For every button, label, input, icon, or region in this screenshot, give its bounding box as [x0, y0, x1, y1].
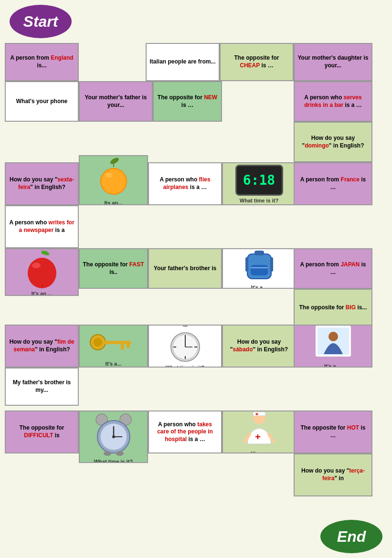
cell-france-text: A person from France is …	[297, 176, 369, 191]
start-oval: Start	[10, 5, 72, 38]
cell-italian: Italian people are from...	[146, 43, 220, 81]
svg-point-3	[101, 169, 126, 194]
svg-rect-11	[251, 265, 268, 275]
cell-japan: A person from JAPAN is …	[294, 248, 372, 289]
cell-bartender-text: A person who serves drinks in a bar is a…	[297, 94, 369, 109]
cell-terca-text: How do you say "terça-feira" in	[297, 467, 369, 482]
cell-nurse-text: A person who takes care of the people in…	[152, 421, 218, 443]
cell-fathers-brother-text: Your father's brother is	[154, 265, 216, 273]
cell-difficult: The opposite for DIFFICULT is	[5, 411, 79, 453]
cell-fast-text: The opposite for FAST is..	[83, 261, 144, 276]
backpack-icon	[243, 248, 276, 283]
cell-fathers-brother: Your father's brother is	[148, 248, 222, 289]
cell-digital-clock: 6:18 What time is it?	[222, 162, 296, 205]
cell-big-text: The opposite for BIG is...	[299, 304, 367, 312]
svg-point-38	[112, 435, 115, 438]
cell-bartender: A person who serves drinks in a bar is a…	[294, 81, 372, 122]
cell-cheap-text: The opposite for CHEAP is …	[223, 54, 290, 69]
digital-clock-display: 6:18	[235, 165, 283, 196]
cell-france: A person from France is …	[294, 162, 372, 205]
cell-england-text: A person from England is...	[9, 54, 75, 69]
cell-pilot-text: A person who flies airplanes is a …	[152, 176, 218, 191]
svg-rect-10	[254, 251, 264, 255]
cell-key-image: It's a...	[79, 325, 148, 368]
cell-difficult-text: The opposite for DIFFICULT is	[9, 424, 75, 439]
cell-apple-image: It's an ...	[5, 248, 79, 296]
svg-rect-14	[270, 257, 273, 272]
cell-mothers-father: Your mother's father is your...	[79, 81, 153, 122]
cell-stamp-image: It's a ...	[294, 325, 372, 368]
cell-new: The opposite for NEW is …	[153, 81, 222, 122]
cell-sexta-text: How do you say "sexta-feira" in English?	[9, 176, 75, 191]
pocket-watch-icon	[166, 325, 204, 363]
cell-new-text: The opposite for NEW is …	[157, 94, 218, 109]
svg-point-31	[328, 332, 338, 341]
cell-fim-de-semana-text: How do you say "fim de semana" in Englis…	[9, 338, 75, 353]
cell-mothers-daughter: Your mother's daughter is your...	[294, 43, 372, 81]
svg-rect-42	[253, 412, 265, 416]
cell-phone-text: What's your phone	[16, 98, 68, 105]
key-icon	[87, 326, 140, 359]
cell-england: A person from England is...	[5, 43, 79, 81]
cell-fim-de-semana: How do you say "fim de semana" in Englis…	[5, 325, 79, 368]
cell-hot: The opposite for HOT is …	[294, 411, 372, 453]
svg-rect-17	[105, 341, 131, 344]
svg-rect-19	[127, 344, 130, 348]
cell-mothers-daughter-text: Your mother's daughter is your...	[297, 54, 369, 69]
cell-orange-image: Its an...	[79, 155, 148, 205]
cell-japan-text: A person from JAPAN is …	[297, 261, 369, 276]
svg-rect-20	[183, 325, 188, 327]
stamp-icon	[312, 325, 355, 361]
end-label: End	[337, 528, 366, 546]
orange-icon	[95, 155, 133, 198]
cell-sabado-text: How do you say "sábado" in English?	[226, 338, 292, 353]
cell-my-uncle-text: My father's brother is my...	[9, 379, 75, 394]
cell-nurse-image: It's a...	[222, 411, 296, 453]
cell-sexta: How do you say "sexta-feira" in English?	[5, 162, 79, 205]
svg-rect-13	[245, 257, 248, 272]
svg-point-5	[41, 250, 50, 256]
svg-point-0	[109, 156, 119, 165]
cell-terca: How do you say "terça-feira" in	[294, 453, 372, 496]
cell-pocket-watch-image: What time is it?	[148, 325, 222, 368]
cell-italian-text: Italian people are from...	[149, 58, 215, 66]
svg-point-4	[105, 173, 113, 178]
cell-hot-text: The opposite for HOT is …	[297, 424, 369, 439]
nurse-icon	[240, 411, 278, 449]
svg-point-7	[32, 263, 41, 268]
cell-mothers-father-text: Your mother's father is your...	[83, 94, 149, 109]
cell-my-uncle: My father's brother is my...	[5, 368, 79, 406]
cell-pilot: A person who flies airplanes is a …	[148, 162, 222, 205]
apple-icon	[21, 248, 64, 289]
cell-phone: What's your phone	[5, 81, 79, 122]
cell-fast: The opposite for FAST is..	[79, 248, 148, 289]
cell-big: The opposite for BIG is...	[294, 289, 372, 327]
end-oval: End	[320, 520, 382, 553]
cell-nurse: A person who takes care of the people in…	[148, 411, 222, 453]
start-label: Start	[23, 13, 58, 31]
svg-rect-18	[121, 344, 124, 350]
alarm-clock-icon	[92, 411, 135, 457]
svg-point-39	[104, 451, 111, 456]
svg-point-16	[94, 338, 102, 347]
cell-domingo-text: How do you say "domingo" in English?	[297, 135, 369, 149]
cell-journalist-text: A person who writes for a newspaper is a	[9, 219, 75, 234]
svg-point-6	[28, 258, 56, 288]
cell-domingo: How do you say "domingo" in English?	[294, 122, 372, 162]
svg-point-40	[116, 451, 124, 456]
cell-alarm-clock-image: What time is it?	[79, 411, 148, 463]
cell-sabado: How do you say "sábado" in English?	[222, 325, 296, 368]
cell-backpack-image: It's a...	[222, 248, 296, 289]
cell-journalist: A person who writes for a newspaper is a	[5, 205, 79, 248]
cell-cheap: The opposite for CHEAP is …	[220, 43, 294, 81]
